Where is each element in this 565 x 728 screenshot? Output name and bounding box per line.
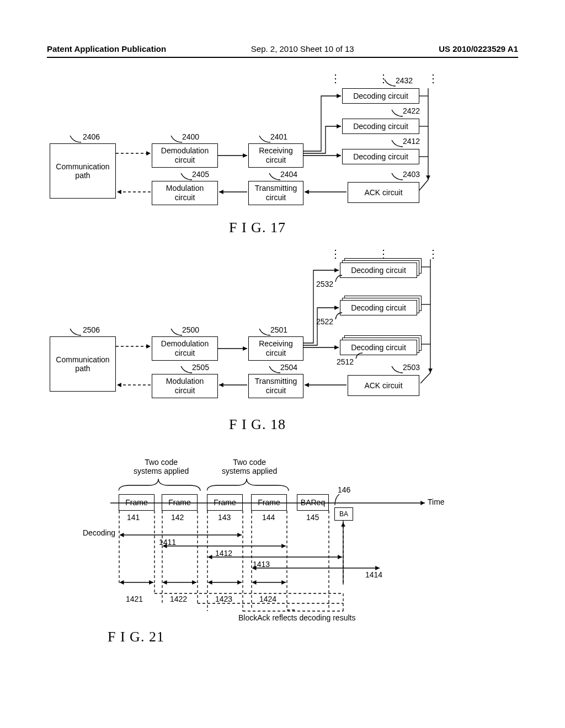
fig17-title: F I G. 17 [229, 220, 286, 236]
ref-144: 144 [262, 513, 275, 522]
fig18-title: F I G. 18 [229, 416, 286, 433]
ref-142: 142 [171, 513, 184, 522]
ref-1414: 1414 [365, 570, 382, 579]
blockack-footer: BlockAck reflects decoding results [238, 613, 355, 622]
ref-141: 141 [127, 513, 140, 522]
fig-21: Two code systems applied Two code system… [99, 458, 497, 689]
svg-line-10 [419, 180, 428, 190]
header-center: Sep. 2, 2010 Sheet 10 of 13 [251, 44, 354, 53]
ref-1412: 1412 [215, 549, 232, 558]
decoding-label: Decoding [83, 528, 115, 537]
ref-1424: 1424 [259, 595, 276, 603]
ref-145: 145 [306, 513, 319, 522]
ref-1423: 1423 [215, 595, 232, 603]
ref-1413: 1413 [253, 560, 270, 569]
ref-1421: 1421 [126, 595, 143, 603]
ref-143: 143 [218, 513, 231, 522]
header-left: Patent Application Publication [47, 44, 166, 53]
fig-18: Communication path 2506 Demodulation cir… [50, 248, 513, 430]
svg-line-21 [420, 373, 430, 383]
header-right: US 2010/0223529 A1 [439, 44, 518, 53]
fig21-title: F I G. 21 [108, 629, 164, 645]
ref-1422: 1422 [170, 595, 187, 603]
ref-1411: 1411 [159, 538, 176, 547]
time-label: Time [428, 497, 445, 506]
